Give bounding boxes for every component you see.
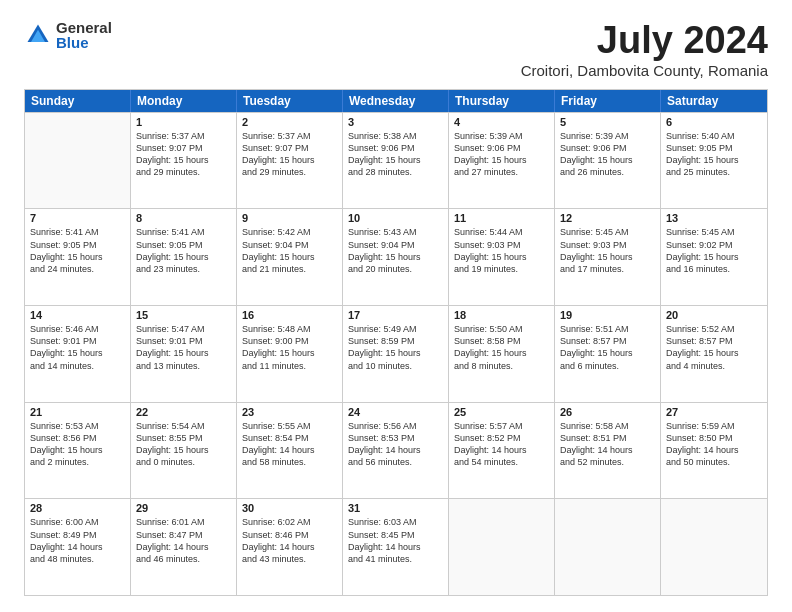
calendar-cell: 4Sunrise: 5:39 AM Sunset: 9:06 PM Daylig… <box>449 113 555 209</box>
cal-header-sunday: Sunday <box>25 90 131 112</box>
calendar-cell: 17Sunrise: 5:49 AM Sunset: 8:59 PM Dayli… <box>343 306 449 402</box>
day-info: Sunrise: 5:48 AM Sunset: 9:00 PM Dayligh… <box>242 323 337 372</box>
calendar-cell: 14Sunrise: 5:46 AM Sunset: 9:01 PM Dayli… <box>25 306 131 402</box>
day-number: 7 <box>30 212 125 224</box>
logo-text: General Blue <box>56 20 112 50</box>
day-info: Sunrise: 6:01 AM Sunset: 8:47 PM Dayligh… <box>136 516 231 565</box>
day-number: 5 <box>560 116 655 128</box>
day-number: 21 <box>30 406 125 418</box>
cal-header-thursday: Thursday <box>449 90 555 112</box>
day-number: 1 <box>136 116 231 128</box>
day-number: 10 <box>348 212 443 224</box>
calendar-cell: 3Sunrise: 5:38 AM Sunset: 9:06 PM Daylig… <box>343 113 449 209</box>
day-number: 16 <box>242 309 337 321</box>
day-number: 27 <box>666 406 762 418</box>
day-number: 15 <box>136 309 231 321</box>
calendar-row-4: 21Sunrise: 5:53 AM Sunset: 8:56 PM Dayli… <box>25 402 767 499</box>
day-info: Sunrise: 5:37 AM Sunset: 9:07 PM Dayligh… <box>242 130 337 179</box>
day-number: 30 <box>242 502 337 514</box>
day-info: Sunrise: 5:52 AM Sunset: 8:57 PM Dayligh… <box>666 323 762 372</box>
day-info: Sunrise: 5:43 AM Sunset: 9:04 PM Dayligh… <box>348 226 443 275</box>
calendar-cell: 10Sunrise: 5:43 AM Sunset: 9:04 PM Dayli… <box>343 209 449 305</box>
calendar-cell: 15Sunrise: 5:47 AM Sunset: 9:01 PM Dayli… <box>131 306 237 402</box>
calendar-cell: 18Sunrise: 5:50 AM Sunset: 8:58 PM Dayli… <box>449 306 555 402</box>
day-number: 24 <box>348 406 443 418</box>
cal-header-saturday: Saturday <box>661 90 767 112</box>
day-info: Sunrise: 5:42 AM Sunset: 9:04 PM Dayligh… <box>242 226 337 275</box>
day-info: Sunrise: 5:53 AM Sunset: 8:56 PM Dayligh… <box>30 420 125 469</box>
day-info: Sunrise: 5:39 AM Sunset: 9:06 PM Dayligh… <box>454 130 549 179</box>
calendar-title: July 2024 <box>521 20 768 62</box>
logo: General Blue <box>24 20 112 50</box>
calendar-cell: 19Sunrise: 5:51 AM Sunset: 8:57 PM Dayli… <box>555 306 661 402</box>
day-number: 25 <box>454 406 549 418</box>
day-info: Sunrise: 6:03 AM Sunset: 8:45 PM Dayligh… <box>348 516 443 565</box>
day-info: Sunrise: 5:50 AM Sunset: 8:58 PM Dayligh… <box>454 323 549 372</box>
day-info: Sunrise: 5:57 AM Sunset: 8:52 PM Dayligh… <box>454 420 549 469</box>
calendar-cell: 1Sunrise: 5:37 AM Sunset: 9:07 PM Daylig… <box>131 113 237 209</box>
calendar-cell <box>555 499 661 595</box>
day-info: Sunrise: 5:51 AM Sunset: 8:57 PM Dayligh… <box>560 323 655 372</box>
header: General Blue July 2024 Croitori, Dambovi… <box>24 20 768 79</box>
logo-general: General <box>56 20 112 35</box>
day-info: Sunrise: 5:41 AM Sunset: 9:05 PM Dayligh… <box>30 226 125 275</box>
day-number: 26 <box>560 406 655 418</box>
calendar-cell: 20Sunrise: 5:52 AM Sunset: 8:57 PM Dayli… <box>661 306 767 402</box>
calendar-cell: 27Sunrise: 5:59 AM Sunset: 8:50 PM Dayli… <box>661 403 767 499</box>
calendar-cell: 9Sunrise: 5:42 AM Sunset: 9:04 PM Daylig… <box>237 209 343 305</box>
calendar-row-3: 14Sunrise: 5:46 AM Sunset: 9:01 PM Dayli… <box>25 305 767 402</box>
calendar-cell: 28Sunrise: 6:00 AM Sunset: 8:49 PM Dayli… <box>25 499 131 595</box>
day-number: 8 <box>136 212 231 224</box>
day-info: Sunrise: 6:00 AM Sunset: 8:49 PM Dayligh… <box>30 516 125 565</box>
day-info: Sunrise: 5:56 AM Sunset: 8:53 PM Dayligh… <box>348 420 443 469</box>
day-number: 13 <box>666 212 762 224</box>
day-number: 29 <box>136 502 231 514</box>
cal-header-monday: Monday <box>131 90 237 112</box>
calendar-cell: 11Sunrise: 5:44 AM Sunset: 9:03 PM Dayli… <box>449 209 555 305</box>
day-number: 11 <box>454 212 549 224</box>
day-number: 31 <box>348 502 443 514</box>
day-info: Sunrise: 5:45 AM Sunset: 9:02 PM Dayligh… <box>666 226 762 275</box>
calendar-cell: 21Sunrise: 5:53 AM Sunset: 8:56 PM Dayli… <box>25 403 131 499</box>
day-number: 14 <box>30 309 125 321</box>
calendar-cell: 6Sunrise: 5:40 AM Sunset: 9:05 PM Daylig… <box>661 113 767 209</box>
day-number: 20 <box>666 309 762 321</box>
day-info: Sunrise: 5:47 AM Sunset: 9:01 PM Dayligh… <box>136 323 231 372</box>
day-info: Sunrise: 5:39 AM Sunset: 9:06 PM Dayligh… <box>560 130 655 179</box>
day-info: Sunrise: 5:58 AM Sunset: 8:51 PM Dayligh… <box>560 420 655 469</box>
calendar-cell: 30Sunrise: 6:02 AM Sunset: 8:46 PM Dayli… <box>237 499 343 595</box>
day-number: 9 <box>242 212 337 224</box>
day-info: Sunrise: 5:38 AM Sunset: 9:06 PM Dayligh… <box>348 130 443 179</box>
day-info: Sunrise: 5:54 AM Sunset: 8:55 PM Dayligh… <box>136 420 231 469</box>
title-block: July 2024 Croitori, Dambovita County, Ro… <box>521 20 768 79</box>
calendar-cell: 24Sunrise: 5:56 AM Sunset: 8:53 PM Dayli… <box>343 403 449 499</box>
calendar-cell: 13Sunrise: 5:45 AM Sunset: 9:02 PM Dayli… <box>661 209 767 305</box>
calendar-body: 1Sunrise: 5:37 AM Sunset: 9:07 PM Daylig… <box>25 112 767 595</box>
calendar-cell: 12Sunrise: 5:45 AM Sunset: 9:03 PM Dayli… <box>555 209 661 305</box>
calendar-cell <box>661 499 767 595</box>
day-number: 4 <box>454 116 549 128</box>
calendar: SundayMondayTuesdayWednesdayThursdayFrid… <box>24 89 768 596</box>
calendar-row-1: 1Sunrise: 5:37 AM Sunset: 9:07 PM Daylig… <box>25 112 767 209</box>
day-number: 23 <box>242 406 337 418</box>
day-info: Sunrise: 5:44 AM Sunset: 9:03 PM Dayligh… <box>454 226 549 275</box>
calendar-cell: 25Sunrise: 5:57 AM Sunset: 8:52 PM Dayli… <box>449 403 555 499</box>
day-info: Sunrise: 5:59 AM Sunset: 8:50 PM Dayligh… <box>666 420 762 469</box>
cal-header-tuesday: Tuesday <box>237 90 343 112</box>
day-info: Sunrise: 5:37 AM Sunset: 9:07 PM Dayligh… <box>136 130 231 179</box>
logo-icon <box>24 21 52 49</box>
calendar-cell: 31Sunrise: 6:03 AM Sunset: 8:45 PM Dayli… <box>343 499 449 595</box>
calendar-row-2: 7Sunrise: 5:41 AM Sunset: 9:05 PM Daylig… <box>25 208 767 305</box>
calendar-cell: 26Sunrise: 5:58 AM Sunset: 8:51 PM Dayli… <box>555 403 661 499</box>
cal-header-friday: Friday <box>555 90 661 112</box>
cal-header-wednesday: Wednesday <box>343 90 449 112</box>
day-info: Sunrise: 5:46 AM Sunset: 9:01 PM Dayligh… <box>30 323 125 372</box>
day-number: 2 <box>242 116 337 128</box>
day-info: Sunrise: 5:40 AM Sunset: 9:05 PM Dayligh… <box>666 130 762 179</box>
day-info: Sunrise: 5:45 AM Sunset: 9:03 PM Dayligh… <box>560 226 655 275</box>
calendar-row-5: 28Sunrise: 6:00 AM Sunset: 8:49 PM Dayli… <box>25 498 767 595</box>
calendar-cell <box>25 113 131 209</box>
day-number: 12 <box>560 212 655 224</box>
calendar-cell: 2Sunrise: 5:37 AM Sunset: 9:07 PM Daylig… <box>237 113 343 209</box>
day-number: 28 <box>30 502 125 514</box>
